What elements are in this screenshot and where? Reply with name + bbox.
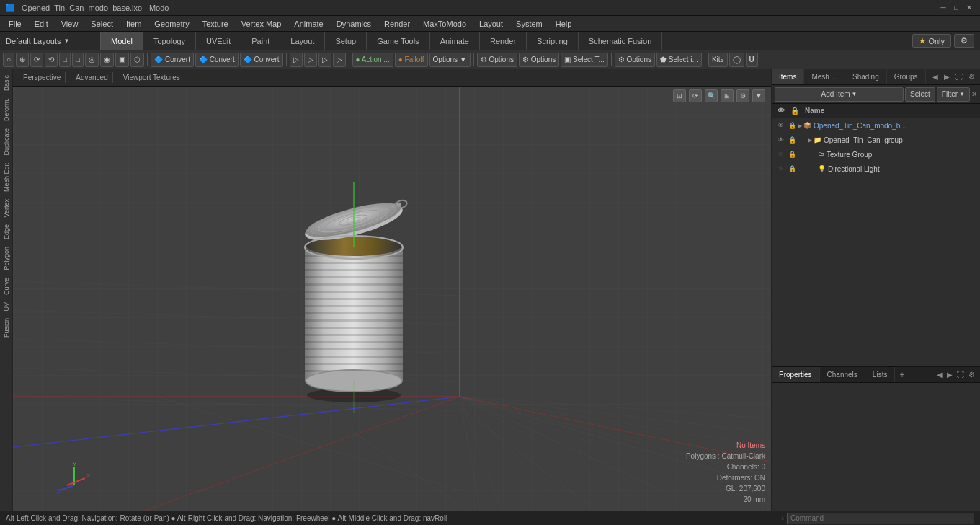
command-input-wrapper[interactable] [787,513,974,524]
viewport-canvas[interactable]: Y X Z ⊡⟳🔍⊞⚙▼ No Items Polygons : Catmull… [13,87,771,511]
item-row[interactable]: 👁 🔒 ▶ 📦 Opened_Tin_Can_modo_b... [772,118,980,133]
layout-tab-topology[interactable]: Topology [143,32,196,50]
layout-tab-uvedit[interactable]: UVEdit [196,32,241,50]
settings-icon[interactable]: ⚙ [736,89,749,102]
menu-item-dynamics[interactable]: Dynamics [331,18,377,30]
viewport-tab-viewport-textures[interactable]: Viewport Textures [119,72,184,83]
menu-item-texture[interactable]: Texture [197,18,234,30]
sidebar-label-curve[interactable]: Curve [1,275,12,298]
toolbar-btn[interactable]: ▣ Select T... [561,53,608,67]
select-button[interactable]: Select [905,87,935,102]
command-input[interactable] [788,514,974,522]
maximize-button[interactable]: □ [951,3,961,13]
sidebar-label-polygon[interactable]: Polygon [1,244,12,273]
filter-button[interactable]: Filter ▼ [937,87,970,102]
add-item-button[interactable]: Add Item ▼ [775,87,904,102]
sidebar-label-fusion[interactable]: Fusion [1,315,12,340]
eye-icon-1[interactable]: 👁 [775,120,786,131]
menu-item-maxtomodo[interactable]: MaxToModo [417,18,472,30]
lock-icon-1[interactable]: 🔒 [786,120,798,131]
eye-icon-3[interactable]: 👁 [775,149,786,160]
toolbar-btn[interactable]: ⟲ [45,53,58,67]
close-button[interactable]: ✕ [964,3,974,13]
toolbar-btn[interactable]: 🔷 Convert [195,53,239,67]
menu-item-animate[interactable]: Animate [288,18,329,30]
item-arrow-2[interactable]: ▶ [808,137,812,144]
layout-tab-model[interactable]: Model [101,32,143,50]
viewport-tab-advanced[interactable]: Advanced [71,72,112,83]
lock-icon-3[interactable]: 🔒 [786,149,798,160]
toolbar-btn[interactable]: □ [72,53,84,67]
minimize-button[interactable]: ─ [938,3,948,13]
props-expand-left-icon[interactable]: ◀ [935,371,945,379]
tab-groups[interactable]: Groups [887,69,926,84]
tab-shading[interactable]: Shading [845,69,887,84]
layout-tab-animate[interactable]: Animate [430,32,480,50]
toolbar-btn[interactable]: ● Action ... [352,53,393,67]
menu-item-view[interactable]: View [55,18,84,30]
layout-preset[interactable]: Default Layouts ▼ [0,32,101,50]
refresh-icon[interactable]: ⟳ [689,89,702,102]
props-panel-settings-icon[interactable]: ⚙ [966,371,977,379]
filter-clear-icon[interactable]: ✕ [971,90,977,98]
props-tab-add[interactable]: + [895,367,909,382]
menu-item-system[interactable]: System [510,18,548,30]
expand-right-icon[interactable]: ▶ [942,73,952,81]
props-expand-full-icon[interactable]: ⛶ [955,371,966,379]
eye-icon-2[interactable]: 👁 [775,134,786,146]
item-row[interactable]: 👁 🔒 ▶ 📁 Opened_Tin_Can_group [772,133,980,147]
layout-tab-schematic-fusion[interactable]: Schematic Fusion [579,32,662,50]
toolbar-btn[interactable]: ▷ [318,53,331,67]
menu-item-edit[interactable]: Edit [29,18,54,30]
expand-left-icon[interactable]: ◀ [930,73,940,81]
menu-item-render[interactable]: Render [378,18,416,30]
toolbar-btn[interactable]: ⚙ Options [477,53,517,67]
menu-item-item[interactable]: Item [120,18,147,30]
menu-item-select[interactable]: Select [85,18,119,30]
layout-tab-setup[interactable]: Setup [325,32,367,50]
props-expand-right-icon[interactable]: ▶ [945,371,955,379]
lock-icon-2[interactable]: 🔒 [786,134,798,146]
item-row[interactable]: 👁 🔒 🗂 Texture Group [772,147,980,162]
zoom-icon[interactable]: 🔍 [705,89,718,102]
toolbar-btn[interactable]: □ [59,53,71,67]
home-icon[interactable]: ⊡ [673,89,686,102]
item-row[interactable]: 👁 🔒 💡 Directional Light [772,162,980,176]
toolbar-btn[interactable]: Kits [708,53,728,67]
toolbar-btn[interactable]: ▷ [304,53,317,67]
toolbar-btn[interactable]: ⊕ [16,53,29,67]
layout-tab-layout[interactable]: Layout [280,32,325,50]
tab-items[interactable]: Items [772,69,804,84]
toolbar-btn[interactable]: 🔷 Convert [240,53,283,67]
dropdown-icon[interactable]: ▼ [752,89,765,102]
toolbar-btn[interactable]: Options ▼ [429,53,471,67]
menu-item-file[interactable]: File [3,18,27,30]
toolbar-btn[interactable]: ◎ [85,53,99,67]
panel-settings-icon[interactable]: ⚙ [966,73,977,81]
menu-item-help[interactable]: Help [550,18,578,30]
sidebar-label-duplicate[interactable]: Duplicate [1,125,12,159]
sidebar-label-uv[interactable]: UV [1,299,12,314]
window-controls[interactable]: ─ □ ✕ [938,3,974,13]
toolbar-btn[interactable]: ● Falloff [395,53,428,67]
menu-item-geometry[interactable]: Geometry [148,18,195,30]
toolbar-btn[interactable]: U [746,53,758,67]
toolbar-btn[interactable]: ▣ [115,53,129,67]
toolbar-btn[interactable]: ⚙ Options [519,53,559,67]
grid-icon[interactable]: ⊞ [721,89,734,102]
toolbar-btn[interactable]: 🔷 Convert [151,53,194,67]
settings-button[interactable]: ⚙ [954,34,974,48]
menu-item-vertex-map[interactable]: Vertex Map [236,18,288,30]
sidebar-label-basic[interactable]: Basic [1,72,12,94]
tab-mesh[interactable]: Mesh ... [804,69,845,84]
sidebar-label-deform-[interactable]: Deform. [1,95,12,124]
only-button[interactable]: ★ Only [912,34,951,48]
toolbar-btn[interactable]: ⚙ Options [615,53,655,67]
menu-item-layout[interactable]: Layout [473,18,509,30]
toolbar-btn[interactable]: ○ [3,53,14,67]
props-tab-lists[interactable]: Lists [865,367,896,382]
toolbar-btn[interactable]: ⬟ Select i... [656,53,702,67]
toolbar-btn[interactable]: ▷ [290,53,303,67]
expand-full-icon[interactable]: ⛶ [953,73,965,81]
lock-icon-4[interactable]: 🔒 [786,163,798,175]
